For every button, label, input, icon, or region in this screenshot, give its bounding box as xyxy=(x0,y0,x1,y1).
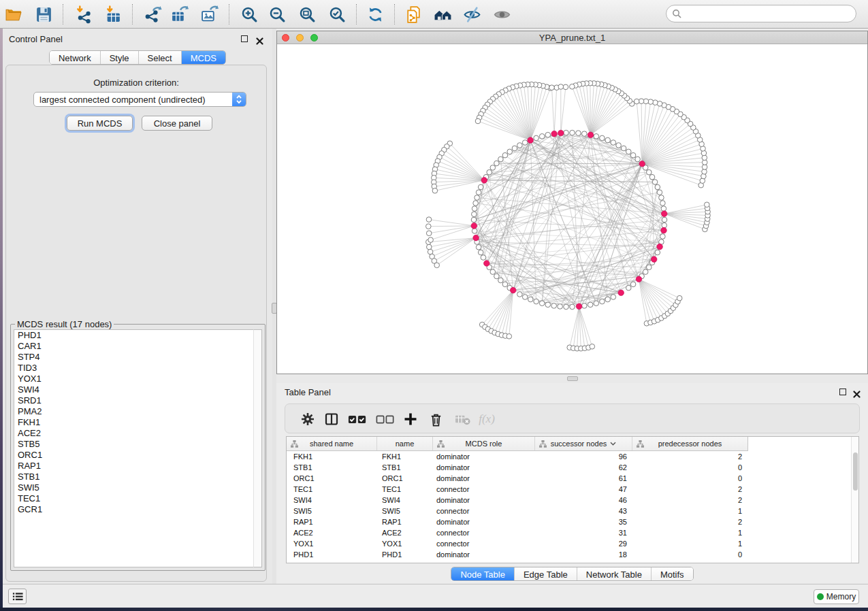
show-all-nodes-button[interactable] xyxy=(431,3,454,26)
network-view[interactable] xyxy=(277,44,867,374)
tab-mcds[interactable]: MCDS xyxy=(181,51,225,64)
column-label: successor nodes xyxy=(551,440,607,448)
column-header-name[interactable]: name xyxy=(377,437,433,450)
column-header-MCDS-role[interactable]: MCDS role xyxy=(433,437,535,450)
add-column-button[interactable] xyxy=(400,409,421,429)
export-table-button[interactable] xyxy=(167,3,191,26)
show-hidden-button[interactable] xyxy=(490,3,513,26)
mcds-result-list[interactable]: PHD1CAR1STP4TID3YOX1SWI4SRD1PMA2FKH1ACE2… xyxy=(14,329,253,567)
export-image-button[interactable] xyxy=(197,3,221,26)
float-panel-icon[interactable] xyxy=(839,389,846,395)
memory-button[interactable]: Memory xyxy=(814,589,859,604)
tab-node-table[interactable]: Node Table xyxy=(451,567,514,580)
mcds-result-item[interactable]: CAR1 xyxy=(14,341,253,352)
task-history-button[interactable] xyxy=(8,589,27,604)
horizontal-splitter[interactable] xyxy=(276,374,868,383)
select-all-button[interactable] xyxy=(347,409,368,429)
search-box[interactable] xyxy=(666,5,856,22)
tab-motifs[interactable]: Motifs xyxy=(651,567,693,580)
table-row[interactable]: STB1STB1dominator620 xyxy=(287,462,858,473)
mcds-result-item[interactable]: STB1 xyxy=(14,472,253,482)
splitter-grip[interactable] xyxy=(567,376,578,381)
refresh-view-button[interactable] xyxy=(364,3,387,26)
mcds-result-item[interactable]: STP4 xyxy=(14,352,253,363)
mcds-result-item[interactable]: TEC1 xyxy=(14,493,253,504)
main-toolbar xyxy=(0,0,868,29)
table-cell: SWI4 xyxy=(377,496,433,504)
close-panel-icon[interactable] xyxy=(853,389,861,396)
close-panel-icon[interactable] xyxy=(256,35,263,43)
tab-style[interactable]: Style xyxy=(100,51,138,64)
table-cell: 0 xyxy=(632,550,748,559)
table-row[interactable]: ACE2ACE2connector311 xyxy=(287,527,858,538)
mcds-result-item[interactable]: GCR1 xyxy=(14,504,253,515)
mcds-result-item[interactable]: PMA2 xyxy=(14,406,253,417)
delete-table-button-disabled[interactable] xyxy=(453,409,473,429)
table-scrollbar[interactable] xyxy=(851,437,858,563)
mcds-result-item[interactable]: SWI5 xyxy=(14,482,253,493)
columns-icon xyxy=(324,412,339,427)
column-header-successor-nodes[interactable]: successor nodes xyxy=(535,437,632,450)
table-cell: 0 xyxy=(632,474,748,482)
mcds-result-item[interactable]: ACE2 xyxy=(14,428,253,439)
hide-selected-button[interactable] xyxy=(460,3,483,26)
close-panel-button[interactable]: Close panel xyxy=(142,116,212,131)
table-cell: SWI5 xyxy=(287,507,377,515)
mcds-result-item[interactable]: SRD1 xyxy=(14,395,253,406)
function-builder-button-disabled[interactable]: f(x) xyxy=(477,409,497,429)
float-panel-icon[interactable] xyxy=(241,35,248,42)
tab-select[interactable]: Select xyxy=(138,51,181,64)
delete-column-button[interactable] xyxy=(425,409,446,429)
houses-icon xyxy=(434,5,452,24)
table-row[interactable]: SWI5SWI5connector431 xyxy=(287,506,858,516)
table-row[interactable]: ORC1ORC1dominator610 xyxy=(287,473,858,484)
mcds-result-item[interactable]: FKH1 xyxy=(14,417,253,428)
zoom-in-icon xyxy=(240,5,259,24)
import-network-button[interactable] xyxy=(71,3,95,26)
open-session-button[interactable] xyxy=(2,3,25,26)
zoom-in-button[interactable] xyxy=(238,3,261,26)
import-table-button[interactable] xyxy=(101,3,125,26)
mcds-result-group: MCDS result (17 nodes) PHD1CAR1STP4TID3Y… xyxy=(10,319,266,571)
table-row[interactable]: RAP1RAP1dominator352 xyxy=(287,516,858,527)
column-header-predecessor-nodes[interactable]: predecessor nodes xyxy=(632,437,748,450)
optimization-criterion-select[interactable]: largest connected component (undirected) xyxy=(33,92,246,107)
table-panel: Table Panel f(x) shared namenameMCDS rol… xyxy=(276,383,868,584)
search-input[interactable] xyxy=(685,9,856,19)
export-network-button[interactable] xyxy=(141,3,164,26)
table-toolbar: f(x) xyxy=(285,403,860,433)
save-session-button[interactable] xyxy=(32,3,55,26)
mcds-result-item[interactable]: PHD1 xyxy=(14,330,253,341)
run-mcds-button[interactable]: Run MCDS xyxy=(67,116,133,131)
tab-network[interactable]: Network xyxy=(50,51,100,64)
scrollbar-thumb[interactable] xyxy=(853,452,858,491)
table-cell: RAP1 xyxy=(377,518,433,526)
table-row[interactable]: FKH1FKH1dominator962 xyxy=(287,451,858,462)
table-cell: STB1 xyxy=(287,463,377,472)
zoom-fit-button[interactable] xyxy=(295,3,319,26)
show-columns-button[interactable] xyxy=(321,409,342,429)
mcds-result-item[interactable]: YOX1 xyxy=(14,374,253,384)
mcds-result-scrollbar[interactable] xyxy=(253,329,262,567)
mcds-result-item[interactable]: RAP1 xyxy=(14,461,253,472)
column-header-shared-name[interactable]: shared name xyxy=(287,437,377,450)
table-cell: 0 xyxy=(632,463,748,472)
table-row[interactable]: SWI4SWI4dominator462 xyxy=(287,495,858,506)
table-row[interactable]: PHD1PHD1dominator180 xyxy=(287,549,858,560)
clone-document-icon xyxy=(404,5,423,24)
deselect-all-button[interactable] xyxy=(375,409,396,429)
zoom-out-button[interactable] xyxy=(266,3,289,26)
table-row[interactable]: TEC1TEC1connector472 xyxy=(287,484,858,495)
zoom-selected-button[interactable] xyxy=(325,3,349,26)
tab-network-table[interactable]: Network Table xyxy=(577,567,651,580)
tab-edge-table[interactable]: Edge Table xyxy=(514,567,577,580)
mcds-result-item[interactable]: STB5 xyxy=(14,439,253,450)
network-window-titlebar[interactable]: YPA_prune.txt_1 xyxy=(277,31,867,44)
table-settings-button[interactable] xyxy=(298,409,318,429)
mcds-result-item[interactable]: TID3 xyxy=(14,363,253,374)
mcds-result-item[interactable]: ORC1 xyxy=(14,450,253,461)
table-row[interactable]: YOX1YOX1connector291 xyxy=(287,538,858,549)
clone-network-button[interactable] xyxy=(402,3,425,26)
network-graph[interactable] xyxy=(277,44,867,374)
mcds-result-item[interactable]: SWI4 xyxy=(14,384,253,395)
